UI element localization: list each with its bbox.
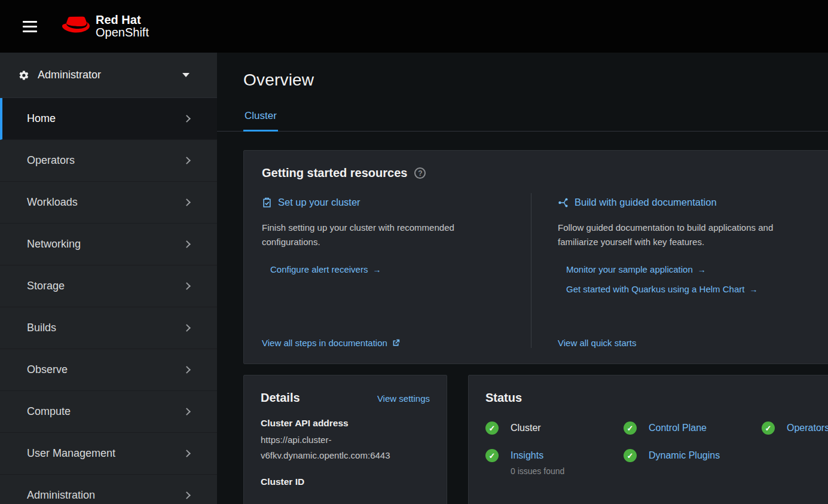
nav-item-label: Operators (27, 154, 75, 167)
perspective-switcher[interactable]: Administrator (0, 53, 217, 98)
sidebar-item-networking[interactable]: Networking (0, 224, 217, 265)
guided-docs-icon (558, 197, 569, 208)
insights-link[interactable]: Insights (511, 450, 543, 460)
tabs-bar: Cluster (217, 106, 828, 132)
sidebar-item-user-management[interactable]: User Management (0, 433, 217, 475)
chevron-right-icon (183, 491, 191, 499)
view-all-steps-link[interactable]: View all steps in documentation (262, 338, 514, 348)
nav-item-label: Administration (27, 489, 95, 502)
setup-cluster-link[interactable]: Set up your cluster (262, 197, 514, 208)
chevron-right-icon (183, 408, 191, 416)
guided-documentation-description: Follow guided documentation to build app… (558, 221, 788, 249)
operators-link[interactable]: Operators (787, 421, 828, 435)
status-item-insights: ✓ Insights 0 issues found (485, 449, 624, 476)
nav-item-label: Home (27, 112, 56, 125)
link-label: Get started with Quarkus using a Helm Ch… (566, 284, 744, 294)
getting-started-column-setup: Set up your cluster Finish setting up yo… (244, 193, 531, 348)
status-label: Cluster (511, 421, 541, 435)
field-label: Cluster ID (261, 476, 430, 487)
chevron-right-icon (183, 157, 191, 164)
sidebar-item-observe[interactable]: Observe (0, 349, 217, 391)
external-link-icon (392, 339, 400, 347)
nav-item-label: User Management (27, 447, 115, 460)
arrow-right-icon: → (698, 265, 706, 274)
configure-alert-receivers-link[interactable]: Configure alert receivers→ (270, 264, 514, 274)
nav-list: Home Operators Workloads Networking Stor… (0, 98, 217, 504)
setup-cluster-heading: Set up your cluster (278, 197, 360, 208)
success-check-icon: ✓ (624, 421, 637, 435)
nav-item-label: Workloads (27, 196, 78, 209)
nav-item-label: Storage (27, 280, 65, 292)
sidebar-item-compute[interactable]: Compute (0, 391, 217, 433)
tab-cluster[interactable]: Cluster (243, 106, 278, 132)
dynamic-plugins-link[interactable]: Dynamic Plugins (649, 449, 720, 462)
insights-issues-count: 0 issues found (511, 466, 564, 476)
sidebar-item-administration[interactable]: Administration (0, 475, 217, 504)
chevron-right-icon (183, 115, 191, 123)
quarkus-helm-chart-link[interactable]: Get started with Quarkus using a Helm Ch… (566, 284, 828, 294)
checklist-icon (262, 197, 272, 207)
chevron-right-icon (183, 282, 191, 290)
brand-logo: Red Hat OpenShift (62, 14, 149, 39)
link-label: Monitor your sample application (566, 264, 693, 274)
chevron-right-icon (183, 324, 191, 332)
status-item-cluster: ✓ Cluster (485, 421, 624, 435)
nav-item-label: Compute (27, 405, 71, 418)
nav-toggle-button[interactable] (19, 14, 41, 39)
chevron-right-icon (183, 240, 191, 248)
sidebar-item-builds[interactable]: Builds (0, 307, 217, 349)
field-label: Cluster API address (261, 418, 430, 429)
status-item-dynamic-plugins: ✓ Dynamic Plugins (624, 449, 762, 476)
sidebar-item-storage[interactable]: Storage (0, 265, 217, 307)
nav-item-label: Builds (27, 322, 56, 334)
arrow-right-icon: → (372, 265, 381, 274)
redhat-fedora-icon (62, 16, 90, 36)
brand-line1: Red Hat (96, 14, 149, 26)
status-item-operators: ✓ Operators (762, 421, 828, 435)
success-check-icon: ✓ (485, 421, 499, 435)
cluster-api-address-value: https://api.cluster-v6fkv.dynamic.opentl… (261, 432, 430, 463)
monitor-sample-application-link[interactable]: Monitor your sample application→ (566, 264, 828, 274)
app-window: Red Hat OpenShift Administrator Home Ope… (0, 0, 828, 504)
status-card: Status View alerts ✓ Cluster ✓ Control P… (468, 375, 828, 504)
link-label: View all steps in documentation (262, 338, 387, 348)
page-title: Overview (243, 71, 828, 90)
view-settings-link[interactable]: View settings (377, 393, 430, 404)
chevron-right-icon (183, 198, 191, 206)
brand-line2: OpenShift (96, 26, 149, 39)
getting-started-column-guided: Build with guided documentation Follow g… (531, 193, 828, 348)
help-glyph: ? (418, 169, 422, 178)
link-label: View all quick starts (558, 338, 636, 348)
perspective-label: Administrator (38, 69, 101, 81)
main-content: Overview Cluster Getting started resourc… (217, 53, 828, 504)
arrow-right-icon: → (749, 285, 757, 294)
chevron-right-icon (183, 450, 191, 457)
guided-documentation-heading: Build with guided documentation (575, 197, 717, 208)
nav-item-label: Observe (27, 364, 68, 376)
success-check-icon: ✓ (762, 421, 775, 435)
cluster-id-field: Cluster ID (261, 476, 430, 487)
details-card: Details View settings Cluster API addres… (243, 375, 447, 504)
sidebar-item-home[interactable]: Home (0, 98, 217, 140)
masthead: Red Hat OpenShift (0, 0, 828, 53)
caret-down-icon (182, 73, 190, 77)
getting-started-title: Getting started resources (262, 166, 407, 180)
getting-started-card: Getting started resources ? Set (243, 150, 828, 364)
nav-item-label: Networking (27, 238, 81, 251)
details-title: Details (261, 391, 300, 405)
sidebar-nav: Administrator Home Operators Workloads N… (0, 53, 217, 504)
sidebar-item-workloads[interactable]: Workloads (0, 182, 217, 224)
success-check-icon: ✓ (485, 449, 499, 462)
sidebar-item-operators[interactable]: Operators (0, 140, 217, 182)
guided-documentation-link[interactable]: Build with guided documentation (558, 197, 828, 208)
status-grid: ✓ Cluster ✓ Control Plane ✓ Operators (485, 421, 828, 476)
status-item-control-plane: ✓ Control Plane (624, 421, 762, 435)
gear-icon (19, 70, 29, 81)
cluster-api-address-field: Cluster API address https://api.cluster-… (261, 418, 430, 463)
success-check-icon: ✓ (624, 449, 637, 462)
view-all-quick-starts-link[interactable]: View all quick starts (558, 338, 828, 348)
help-icon[interactable]: ? (414, 167, 426, 179)
control-plane-link[interactable]: Control Plane (649, 421, 707, 435)
chevron-right-icon (183, 366, 191, 374)
status-title: Status (485, 391, 522, 405)
